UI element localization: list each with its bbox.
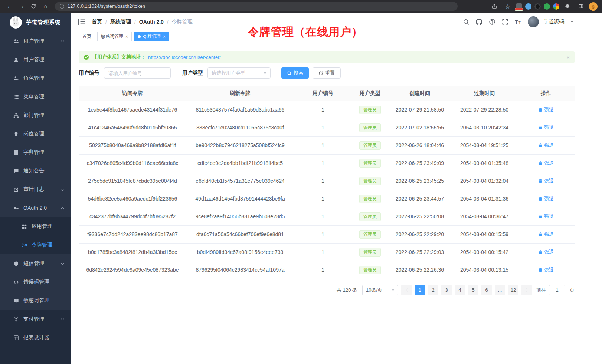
- home-icon[interactable]: ⌂: [40, 1, 50, 11]
- font-size-icon[interactable]: TT: [515, 19, 521, 25]
- tab-home[interactable]: 首页: [79, 32, 95, 41]
- sidebar-item-sms[interactable]: 短信管理: [0, 254, 71, 273]
- reset-button[interactable]: 重置: [313, 67, 341, 79]
- user-menu-caret-icon[interactable]: [570, 21, 573, 23]
- page-size-select[interactable]: 10条/页: [362, 285, 398, 295]
- bookmark-star-icon[interactable]: ☆: [503, 1, 513, 11]
- page-button-2[interactable]: 2: [428, 285, 438, 295]
- search-button[interactable]: 搜索: [281, 67, 309, 79]
- force-logout-button[interactable]: 强退: [538, 160, 554, 166]
- share-icon[interactable]: [489, 1, 500, 11]
- search-icon[interactable]: [463, 19, 470, 25]
- force-logout-button[interactable]: 强退: [538, 249, 554, 255]
- sidebar-item-menu[interactable]: 菜单管理: [0, 87, 71, 106]
- help-icon[interactable]: [489, 19, 495, 25]
- sidebar-item-pay[interactable]: 支付管理: [0, 310, 71, 328]
- page-button-4[interactable]: 4: [455, 285, 465, 295]
- sidebar-item-post[interactable]: 岗位管理: [0, 125, 71, 143]
- page-button-3[interactable]: 3: [441, 285, 452, 295]
- code-icon: [13, 279, 19, 285]
- filter-bar: 用户编号 用户类型 请选择用户类型 搜索 重置: [79, 67, 575, 79]
- page-ellipsis[interactable]: ...: [495, 285, 505, 295]
- sidebar-item-audit-log[interactable]: 审计日志: [0, 180, 71, 199]
- sidebar-item-role[interactable]: 角色管理: [0, 69, 71, 87]
- force-logout-button[interactable]: 强退: [538, 124, 554, 131]
- goto-page-input[interactable]: [549, 285, 565, 295]
- force-logout-button[interactable]: 强退: [538, 142, 554, 149]
- user-type-cell: 管理员: [352, 172, 388, 190]
- pagination: 共 120 条 10条/页 123456...12 前往 页: [79, 285, 575, 295]
- page-button-5[interactable]: 5: [468, 285, 478, 295]
- user-id-input[interactable]: [104, 67, 171, 79]
- user-type-select[interactable]: 请选择用户类型: [207, 67, 271, 79]
- actions-cell: 强退: [517, 225, 575, 243]
- access-token-cell: 1ea5e44f8bc1467aaede43144f31de76: [79, 101, 186, 119]
- prev-page-button[interactable]: [401, 285, 412, 295]
- sidebar-item-oauth2[interactable]: OAuth 2.0: [0, 199, 71, 217]
- column-header: 用户类型: [352, 86, 388, 101]
- user-name[interactable]: 芋道源码: [543, 19, 564, 25]
- sidebar-item-sensitive-word[interactable]: 敏感词管理: [0, 291, 71, 310]
- chevron-up-icon: [60, 206, 65, 210]
- refresh-token-cell: be90422b8c7946218275a508bf524fc9: [186, 136, 294, 154]
- address-bar[interactable]: 127.0.0.1:1024/system/oauth2/token: [55, 2, 458, 11]
- breadcrumb-item[interactable]: OAuth 2.0: [139, 19, 164, 25]
- alert-doc-link[interactable]: https://doc.iocoder.cn/user-center/: [148, 54, 221, 60]
- user-type-badge: 管理员: [359, 106, 381, 114]
- browser-profile-avatar[interactable]: ☺: [589, 2, 598, 11]
- tab-active-dot: [138, 35, 141, 38]
- sidebar-collapse-icon[interactable]: [78, 18, 86, 26]
- sidebar-item-label: 字典管理: [23, 149, 44, 156]
- user-avatar[interactable]: [528, 16, 539, 27]
- user-id-cell: 1: [294, 190, 352, 208]
- back-icon[interactable]: ←: [4, 1, 15, 11]
- extension-icon-4[interactable]: [544, 3, 550, 10]
- table-row: 502375b8040a469a9b82188afdf6af1fbe90422b…: [79, 136, 575, 154]
- site-info-icon[interactable]: [59, 4, 65, 9]
- sidebar-item-error-code[interactable]: 错误码管理: [0, 273, 71, 291]
- breadcrumb-item[interactable]: 首页: [92, 19, 102, 25]
- sidebar-item-user[interactable]: 用户管理: [0, 50, 71, 69]
- extension-icon-5[interactable]: [553, 3, 559, 10]
- breadcrumb-item[interactable]: 系统管理: [110, 19, 131, 25]
- tab-close-icon[interactable]: ×: [163, 34, 166, 39]
- sidebar-item-dict[interactable]: 字典管理: [0, 143, 71, 162]
- force-logout-button[interactable]: 强退: [538, 267, 554, 273]
- extension-icon-2[interactable]: [525, 3, 531, 10]
- sidebar-item-tenant[interactable]: 租户管理: [0, 32, 71, 50]
- tab-sensitive-word[interactable]: 敏感词管理×: [97, 32, 132, 41]
- goto-label: 前往: [536, 287, 546, 294]
- page-button-1[interactable]: 1: [415, 285, 425, 295]
- page-button-6[interactable]: 6: [481, 285, 492, 295]
- sidebar-item-notice[interactable]: 通知公告: [0, 162, 71, 180]
- sidebar-item-dept[interactable]: 部门管理: [0, 106, 71, 125]
- force-logout-button[interactable]: 强退: [538, 195, 554, 202]
- fullscreen-icon[interactable]: [502, 19, 508, 25]
- next-page-button[interactable]: [521, 285, 532, 295]
- sidebar-item-oauth2-token[interactable]: 令牌管理: [0, 236, 71, 254]
- tab-close-icon[interactable]: ×: [125, 34, 128, 39]
- reload-icon[interactable]: [28, 1, 39, 11]
- alert-close-icon[interactable]: ×: [566, 54, 570, 60]
- extensions-puzzle-icon[interactable]: [562, 1, 573, 11]
- notice-icon: [13, 168, 19, 174]
- user-type-cell: 管理员: [352, 208, 388, 225]
- extension-icon-1[interactable]: [516, 3, 522, 10]
- github-icon[interactable]: [476, 19, 482, 25]
- force-logout-button[interactable]: 强退: [538, 178, 554, 184]
- sidebar-item-oauth2-app[interactable]: 应用管理: [0, 217, 71, 236]
- forward-icon[interactable]: →: [16, 1, 27, 11]
- page-button-12[interactable]: 12: [508, 285, 518, 295]
- sidebar-item-report-designer[interactable]: 报表设计器: [0, 328, 71, 347]
- tab-token[interactable]: 令牌管理×: [134, 32, 169, 41]
- access-token-cell: 6d842e2924594de9a09e45e087323abe: [79, 261, 186, 279]
- page-size-caret-icon: [392, 289, 395, 291]
- search-button-icon: [287, 71, 292, 76]
- doc-alert: 【用户体系】文档地址： https://doc.iocoder.cn/user-…: [79, 51, 575, 63]
- force-logout-button[interactable]: 强退: [538, 106, 554, 113]
- extension-icon-3[interactable]: [534, 3, 541, 10]
- force-logout-button[interactable]: 强退: [538, 231, 554, 238]
- app-logo[interactable]: 芋道管理系统: [0, 13, 71, 32]
- force-logout-button[interactable]: 强退: [538, 213, 554, 220]
- side-panel-icon[interactable]: [576, 1, 586, 11]
